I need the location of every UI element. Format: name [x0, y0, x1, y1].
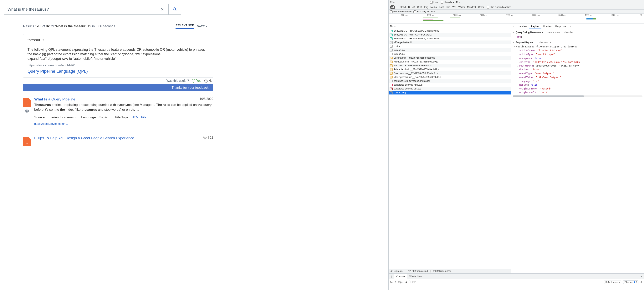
request-row[interactable]: TS6u9w4BMUTPHh6UVSwiPGQ3q5d0.woff2 — [388, 37, 511, 41]
request-row[interactable]: ❏FieldValue.min__87a2f876e355bf8ecbd9.js — [388, 60, 511, 64]
detail-tab-preview[interactable]: Preview — [542, 24, 554, 29]
request-row[interactable]: ▫favicon.ico — [388, 52, 511, 56]
request-row[interactable]: ❏PrintableUri.min__87a2f876e355bf8ecbd9.… — [388, 67, 511, 71]
request-row[interactable]: ❏MissingTerms.min__87a2f876e355bf8ecbd9.… — [388, 75, 511, 79]
blocked-requests-checkbox[interactable]: Blocked Requests — [390, 10, 412, 13]
type-filter-wasm[interactable]: Wasm — [457, 6, 466, 9]
request-row[interactable]: ▫searches?org=coveodocumentation — [388, 79, 511, 83]
quickview-icon[interactable] — [25, 109, 29, 113]
request-row[interactable]: TS6uyw4BMUTPHjx4wXiWtFCc.woff2 — [388, 33, 511, 37]
status-resources: 2.0 MB resources — [433, 270, 454, 272]
search-icon — [173, 7, 177, 11]
svg-point-4 — [26, 110, 28, 112]
request-row[interactable]: ▫v2?organizationId= — [388, 41, 511, 44]
snippet-source-link[interactable]: Query Pipeline Language (QPL) — [28, 69, 88, 74]
view-source-link[interactable]: view source — [548, 31, 560, 35]
searchbox — [4, 4, 181, 15]
feedback-yes[interactable]: ✓ Yes — [192, 79, 201, 83]
request-type-icon: ▫ — [390, 80, 393, 82]
request-name: salesforce-doctype-html.svg — [394, 83, 422, 86]
type-filter-ws[interactable]: WS — [451, 6, 457, 9]
whats-new-tab[interactable]: What's New — [407, 274, 424, 279]
request-row[interactable]: ❏Icon.min__87a2f876e355bf8ecbd9.js — [388, 64, 511, 67]
detail-tab-headers[interactable]: Headers — [516, 24, 529, 29]
type-filter-css[interactable]: CSS — [416, 6, 423, 9]
type-filter-manifest[interactable]: Manifest — [466, 6, 477, 9]
console-sidebar-toggle[interactable]: ▯▸ — [390, 281, 393, 283]
third-party-checkbox[interactable]: 3rd-party requests — [414, 10, 435, 13]
timeline-tick: 2000 ms — [480, 14, 487, 16]
request-row[interactable]: ❏Quickview.min__87a2f876e355bf8ecbd9.js — [388, 71, 511, 75]
live-expression-button[interactable]: ◉ — [405, 281, 407, 283]
console-tab[interactable]: Console — [394, 274, 407, 279]
console-settings-icon[interactable]: ⚙ — [640, 281, 642, 283]
console-output[interactable]: › — [388, 285, 644, 290]
summary-time: in 0.36 seconds — [91, 24, 115, 28]
clear-button[interactable] — [156, 4, 168, 15]
request-row[interactable]: ▪salesforce-doctype-pdf.svg — [388, 87, 511, 91]
drawer-menu-icon[interactable]: ⋮ — [388, 274, 394, 279]
network-timeline[interactable]: 500 ms1000 ms1500 ms2000 ms2500 ms3000 m… — [388, 14, 644, 24]
log-levels-selector[interactable]: Default levels ▾ — [604, 280, 621, 284]
snippet-title: thesaurus — [28, 38, 209, 44]
payload-property: eventValue: "likeSmartSnippet" — [511, 76, 644, 79]
network-split: Name TS6u9w4BMUTPHh7USSwiPGQ3q5d0.woff2T… — [388, 24, 644, 274]
request-row[interactable]: ▫custom?org= — [388, 91, 511, 94]
view-decoded-link[interactable]: view dec — [564, 31, 573, 35]
request-row[interactable]: TS6u9w4BMUTPHh7USSwiPGQ3q5d0.woff2 — [388, 29, 511, 33]
close-detail-button[interactable]: × — [511, 24, 516, 29]
type-filter-all[interactable]: All — [390, 6, 395, 9]
invert-checkbox[interactable]: Invert — [430, 1, 439, 4]
request-type-icon: ▫ — [390, 45, 393, 48]
request-scroll[interactable]: TS6u9w4BMUTPHh7USSwiPGQ3q5d0.woff2TS6uyw… — [388, 29, 511, 269]
type-filter-img[interactable]: Img — [423, 6, 429, 9]
detail-tab-response[interactable]: Response — [553, 24, 568, 29]
feedback-no[interactable]: ✕ No — [204, 79, 212, 83]
svg-point-2 — [173, 8, 176, 10]
results-header: Results 1-10 of 32 for What is the thesa… — [23, 24, 208, 29]
search-input[interactable] — [4, 4, 156, 15]
has-blocked-cookies-checkbox[interactable]: Has blocked cookies — [487, 6, 511, 9]
issues-button[interactable]: 2 Issues: ▮2 — [623, 280, 638, 284]
request-type-icon: ▫ — [390, 91, 393, 94]
type-filter-fetch/xhr[interactable]: Fetch/XHR — [398, 6, 411, 9]
payload-open: ▼{actionCause: "likeSmartSnippet", actio… — [511, 45, 644, 49]
request-row[interactable]: ▪salesforce-doctype-html.svg — [388, 83, 511, 87]
type-filter-font[interactable]: Font — [438, 6, 445, 9]
result-title-link[interactable]: What Is a Query Pipeline — [34, 97, 75, 101]
horizontal-scrollbar[interactable] — [513, 95, 642, 97]
search-button[interactable] — [168, 4, 181, 15]
qsp-section[interactable]: ▼ Query String Parameters view source vi… — [511, 30, 644, 35]
devtools-panel: Invert Hide data URLs AllFetch/XHRJSCSSI… — [388, 0, 644, 290]
console-drawer-tabs: ⋮ Console What's New × — [388, 274, 644, 279]
svg-line-3 — [175, 10, 176, 11]
sort-relevance[interactable]: RELEVANCE — [176, 24, 194, 29]
request-payload-section[interactable]: ▼ Request Payload view source — [511, 40, 644, 45]
feedback-question: Was this useful? — [166, 79, 189, 83]
network-filter-input[interactable] — [390, 1, 429, 4]
type-filter-js[interactable]: JS — [411, 6, 416, 9]
request-row[interactable]: ❏Excerpt.min__87a2f876e355bf8ecbd9.js — [388, 56, 511, 60]
result-title-link[interactable]: 6 Tips To Help You Design A Good People … — [34, 136, 134, 140]
result-uri[interactable]: https://docs.coveo.com/.... — [34, 122, 213, 125]
type-filter-other[interactable]: Other — [477, 6, 485, 9]
snippet-url: https://docs.coveo.com/en/1449/ — [28, 63, 209, 67]
payload-property: mobile: false — [511, 83, 644, 87]
more-tabs-icon[interactable]: » — [568, 24, 573, 29]
request-row[interactable]: ▫custom — [388, 44, 511, 48]
type-filter-media[interactable]: Media — [429, 6, 438, 9]
close-drawer-button[interactable]: × — [638, 274, 644, 279]
sort-date[interactable]: DATE — [197, 24, 208, 29]
payload-property: originLevel1: "test2" — [511, 91, 644, 95]
hide-data-urls-checkbox[interactable]: Hide data URLs — [441, 1, 460, 4]
view-source-link[interactable]: view source — [539, 41, 551, 45]
clear-console-button[interactable]: ⊘ — [394, 281, 396, 283]
type-filter-doc[interactable]: Doc — [445, 6, 451, 9]
console-filter-input[interactable] — [409, 280, 602, 284]
context-selector[interactable]: top ▾ — [398, 281, 404, 283]
request-row[interactable]: ▫favicon.ico — [388, 48, 511, 52]
request-type-icon: ❏ — [390, 61, 393, 63]
detail-tab-payload[interactable]: Payload — [529, 24, 541, 29]
payload-property: clientId: "0e3cf352-e5e5-4b2a-9764-6acf1… — [511, 60, 644, 64]
meta-value-link[interactable]: HTML File — [132, 115, 146, 119]
